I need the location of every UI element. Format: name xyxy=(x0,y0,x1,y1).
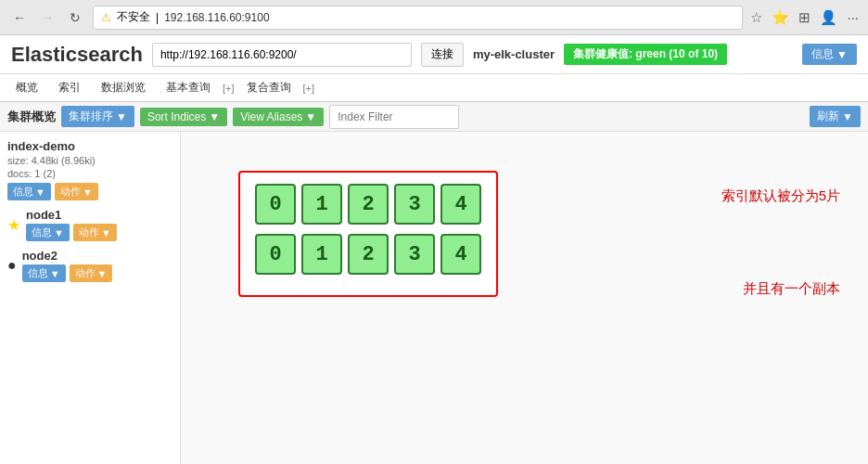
shard-p0: 0 xyxy=(255,184,296,225)
tab-data-browser[interactable]: 数据浏览 xyxy=(93,75,154,100)
browser-bar: ← → ↻ ⚠ 不安全 | 192.168.116.60:9100 ☆ ⭐ ⊞ … xyxy=(0,0,868,35)
index-actions: 信息 ▼ 动作 ▼ xyxy=(7,183,172,200)
n1-info-arrow: ▼ xyxy=(54,227,64,238)
connect-button[interactable]: 连接 xyxy=(421,43,464,67)
node2-action-button[interactable]: 动作 ▼ xyxy=(70,264,113,282)
shard-r2: 2 xyxy=(348,234,389,275)
node2-info-button[interactable]: 信息 ▼ xyxy=(22,264,66,282)
tab-complex-query[interactable]: 复合查询 xyxy=(238,75,300,100)
n1-action-arrow: ▼ xyxy=(101,227,111,238)
master-star-icon: ★ xyxy=(7,216,20,234)
back-button[interactable]: ← xyxy=(9,7,30,28)
n2-info-arrow: ▼ xyxy=(50,268,60,279)
node-list: ★ node1 信息 ▼ 动作 ▼ xyxy=(7,208,172,282)
main-content: index-demo size: 4.48ki (8.96ki) docs: 1… xyxy=(0,132,868,464)
reload-button[interactable]: ↻ xyxy=(65,7,85,28)
annotation-replica: 并且有一个副本 xyxy=(743,280,840,298)
refresh-button[interactable]: 刷新 ▼ xyxy=(810,106,861,127)
index-name: index-demo xyxy=(7,139,172,153)
n2-action-arrow: ▼ xyxy=(97,268,108,279)
index-filter-input[interactable] xyxy=(329,105,459,129)
index-info-button[interactable]: 信息 ▼ xyxy=(7,183,51,200)
nav-tabs: 概览 索引 数据浏览 基本查询 [+] 复合查询 [+] xyxy=(0,74,868,102)
tab-basic-query[interactable]: 基本查询 xyxy=(158,75,219,100)
node2-buttons: 信息 ▼ 动作 ▼ xyxy=(22,264,113,282)
sort-indices-button[interactable]: Sort Indices ▼ xyxy=(140,108,227,126)
dropdown-arrow-refresh: ▼ xyxy=(842,110,853,123)
node2-name: node2 xyxy=(22,249,113,263)
shard-r0: 0 xyxy=(255,234,296,275)
replica-shard-row: 0 1 2 3 4 xyxy=(255,234,481,275)
profile-icon[interactable]: 👤 xyxy=(820,9,837,26)
security-warning-icon: ⚠ xyxy=(101,11,111,24)
address-bar: ⚠ 不安全 | 192.168.116.60:9100 xyxy=(93,6,743,30)
shard-p3: 3 xyxy=(394,184,435,225)
app-title: Elasticsearch xyxy=(11,43,143,67)
shard-r4: 4 xyxy=(440,234,481,275)
node1-action-button[interactable]: 动作 ▼ xyxy=(73,224,117,241)
dropdown-arrow-aliases: ▼ xyxy=(305,110,316,123)
node-item-1: ★ node1 信息 ▼ 动作 ▼ xyxy=(7,208,172,241)
tab-basic-plus[interactable]: [+] xyxy=(223,83,235,94)
app-header: Elasticsearch 连接 my-elk-cluster 集群健康值: g… xyxy=(0,35,868,74)
annotation-shards: 索引默认被分为5片 xyxy=(721,187,840,205)
index-card: index-demo size: 4.48ki (8.96ki) docs: 1… xyxy=(7,139,172,200)
tab-complex-plus[interactable]: [+] xyxy=(303,83,315,94)
data-node-icon: ● xyxy=(7,257,17,274)
cluster-order-button[interactable]: 集群排序 ▼ xyxy=(61,106,134,127)
shard-box: 0 1 2 3 4 0 1 2 3 4 xyxy=(238,171,498,297)
extensions-icon[interactable]: ⊞ xyxy=(798,9,811,26)
section-title: 集群概览 xyxy=(7,109,56,125)
more-icon[interactable]: ··· xyxy=(847,9,859,25)
info-header-label: 信息 xyxy=(811,46,834,62)
tab-overview[interactable]: 概览 xyxy=(7,75,46,100)
separator: | xyxy=(156,11,159,24)
view-aliases-button[interactable]: View Aliases ▼ xyxy=(233,108,324,126)
index-action-button[interactable]: 动作 ▼ xyxy=(55,183,98,200)
index-size: size: 4.48ki (8.96ki) xyxy=(7,155,172,166)
index-docs: docs: 1 (2) xyxy=(7,168,172,179)
shard-r1: 1 xyxy=(301,234,342,275)
bookmark-icon[interactable]: ☆ xyxy=(750,9,762,26)
node-item-2: ● node2 信息 ▼ 动作 ▼ xyxy=(7,249,172,282)
toolbar: 集群概览 集群排序 ▼ Sort Indices ▼ View Aliases … xyxy=(0,102,868,132)
shard-p2: 2 xyxy=(348,184,389,225)
tab-indices[interactable]: 索引 xyxy=(50,75,89,100)
security-warning-text: 不安全 xyxy=(117,9,150,25)
dropdown-arrow-icon: ▼ xyxy=(836,48,848,61)
sidebar: index-demo size: 4.48ki (8.96ki) docs: 1… xyxy=(0,132,181,464)
bookmark2-icon[interactable]: ⭐ xyxy=(772,9,789,26)
shard-area: 0 1 2 3 4 0 1 2 3 4 索引默认被分为5片 并且有一个副本 xyxy=(181,132,868,464)
dropdown-arrow-action: ▼ xyxy=(83,187,93,198)
dropdown-arrow-cluster: ▼ xyxy=(116,110,127,123)
node1-name: node1 xyxy=(26,208,117,222)
shard-r3: 3 xyxy=(394,234,435,275)
primary-shard-row: 0 1 2 3 4 xyxy=(255,184,481,225)
node1-buttons: 信息 ▼ 动作 ▼ xyxy=(26,224,117,241)
shard-p4: 4 xyxy=(440,184,481,225)
browser-icons: ☆ ⭐ ⊞ 👤 ··· xyxy=(750,9,859,26)
health-badge: 集群健康值: green (10 of 10) xyxy=(564,44,727,65)
dropdown-arrow-info: ▼ xyxy=(35,187,45,198)
node1-info-button[interactable]: 信息 ▼ xyxy=(26,224,70,241)
forward-button[interactable]: → xyxy=(37,7,57,28)
info-header-button[interactable]: 信息 ▼ xyxy=(802,44,857,65)
cluster-name: my-elk-cluster xyxy=(473,47,555,61)
shard-p1: 1 xyxy=(301,184,342,225)
url-display: 192.168.116.60:9100 xyxy=(164,11,734,24)
url-input[interactable] xyxy=(152,43,412,67)
dropdown-arrow-sort: ▼ xyxy=(209,110,220,123)
